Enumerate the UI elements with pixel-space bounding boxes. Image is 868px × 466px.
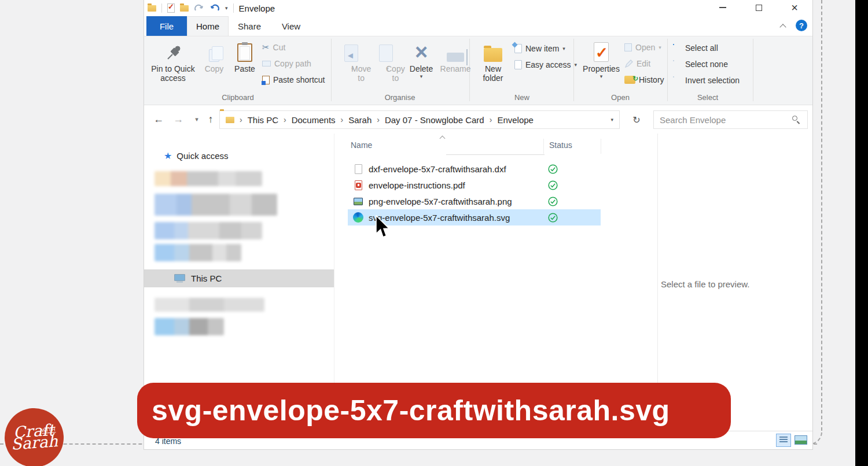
- tab-file[interactable]: File: [146, 16, 187, 36]
- back-button[interactable]: ←: [150, 105, 167, 134]
- file-row-pdf[interactable]: envelope-instructions.pdf: [348, 177, 601, 193]
- delete-icon: ×: [415, 42, 428, 62]
- tab-view[interactable]: View: [270, 16, 312, 36]
- select-all-button[interactable]: Select all: [673, 42, 718, 54]
- history-icon: ↻: [624, 76, 635, 84]
- breadcrumb-envelope[interactable]: Envelope: [497, 115, 534, 125]
- new-item-button[interactable]: New item ▾: [514, 42, 565, 55]
- minimize-ribbon-icon[interactable]: [781, 23, 786, 29]
- search-icon[interactable]: [792, 116, 800, 124]
- sidebar-item-blurred[interactable]: [155, 318, 224, 335]
- column-header-name[interactable]: Name: [351, 140, 372, 150]
- column-divider[interactable]: [543, 139, 544, 154]
- invert-selection-button[interactable]: Invert selection: [673, 74, 740, 87]
- paste-label: Paste: [234, 64, 255, 73]
- copy-button[interactable]: Copy: [200, 39, 229, 91]
- edit-pencil-icon: [624, 60, 633, 68]
- mouse-cursor: [375, 215, 391, 239]
- tab-home[interactable]: Home: [187, 16, 229, 36]
- screenshot-stage: ✓ ▾ Envelope × File Home Share View ?: [0, 0, 868, 466]
- large-icons-view-button[interactable]: [795, 435, 807, 445]
- sidebar-item-this-pc[interactable]: This PC: [144, 269, 334, 287]
- history-button[interactable]: ↻ History: [624, 73, 664, 86]
- cut-button[interactable]: ✂ Cut: [262, 41, 285, 54]
- edit-button[interactable]: Edit: [624, 57, 650, 70]
- caret-down-icon: ▾: [420, 73, 423, 79]
- new-folder-qat-icon[interactable]: [180, 5, 189, 12]
- maximize-button[interactable]: [750, 0, 767, 15]
- column-divider[interactable]: [601, 139, 601, 154]
- pin-to-quick-access-label: Pin to Quick access: [149, 64, 197, 83]
- redo-icon[interactable]: [194, 3, 204, 13]
- this-pc-label: This PC: [191, 273, 222, 283]
- sort-ascending-icon[interactable]: [440, 135, 446, 140]
- tab-share[interactable]: Share: [229, 16, 270, 36]
- pin-to-quick-access-button[interactable]: Pin to Quick access: [148, 39, 198, 91]
- move-to-button[interactable]: ◄ Move to ▾: [335, 39, 367, 91]
- copy-to-button[interactable]: Copy to ▾: [370, 39, 402, 91]
- sidebar-item-blurred[interactable]: [155, 244, 241, 261]
- caret-down-icon: ▾: [351, 64, 354, 73]
- paste-shortcut-icon: [262, 76, 270, 84]
- refresh-button[interactable]: ↻: [626, 110, 648, 129]
- rename-button[interactable]: Rename: [438, 39, 473, 91]
- paste-button[interactable]: Paste: [230, 39, 260, 91]
- easy-access-button[interactable]: Easy access ▾: [514, 58, 577, 71]
- status-synced-icon: [548, 180, 558, 190]
- caret-down-icon: ▾: [659, 45, 661, 50]
- select-none-button[interactable]: Select none: [673, 58, 728, 71]
- sidebar-item-quick-access[interactable]: ★ Quick access: [164, 150, 229, 161]
- file-row-png[interactable]: png-envelope-5x7-craftwithsarah.png: [348, 193, 601, 209]
- address-bar: ← → ▾ ↑ › This PC › Documents › Sarah › …: [144, 105, 812, 134]
- close-button[interactable]: ×: [786, 0, 803, 15]
- sidebar-item-blurred[interactable]: [155, 171, 262, 186]
- rename-icon: [447, 53, 464, 62]
- address-dropdown-caret-icon[interactable]: ▾: [610, 117, 613, 123]
- caret-down-icon: ▾: [562, 46, 565, 51]
- edge-svg-file-icon: [353, 212, 363, 223]
- help-icon[interactable]: ?: [796, 20, 807, 31]
- column-header-status[interactable]: Status: [549, 140, 572, 150]
- paste-shortcut-label: Paste shortcut: [273, 75, 325, 84]
- sidebar-item-blurred[interactable]: [155, 194, 277, 216]
- rename-label: Rename: [440, 64, 471, 73]
- up-button[interactable]: ↑: [202, 105, 219, 134]
- qat-customize-caret-icon[interactable]: ▾: [225, 5, 228, 11]
- chevron-right-icon: ›: [240, 115, 242, 124]
- file-row-dxf[interactable]: dxf-envelope-5x7-craftwithsarah.dxf: [348, 161, 601, 177]
- paste-shortcut-button[interactable]: Paste shortcut: [262, 73, 325, 86]
- forward-button[interactable]: →: [170, 105, 187, 134]
- chevron-right-icon: ›: [377, 115, 380, 124]
- breadcrumb-documents[interactable]: Documents: [292, 115, 336, 125]
- delete-button[interactable]: × Delete ▾: [406, 39, 437, 91]
- easy-access-icon: [514, 60, 522, 69]
- properties-check-icon[interactable]: ✓: [167, 3, 175, 13]
- sidebar-item-blurred[interactable]: [155, 222, 262, 239]
- select-all-label: Select all: [685, 43, 718, 53]
- open-label: Open: [635, 43, 655, 52]
- invert-selection-label: Invert selection: [685, 76, 740, 85]
- caret-down-icon: ▾: [575, 62, 578, 68]
- properties-button[interactable]: ✓ Properties ▾: [583, 39, 620, 91]
- select-none-icon: [673, 60, 682, 69]
- new-item-label: New item: [525, 44, 559, 53]
- sidebar-item-blurred[interactable]: [155, 298, 264, 312]
- quick-access-toolbar: ✓ ▾ Envelope: [148, 2, 275, 14]
- select-all-icon: [673, 44, 682, 53]
- group-divider: [331, 39, 332, 101]
- select-group-label: Select: [650, 93, 766, 102]
- minimize-button[interactable]: [714, 0, 731, 15]
- new-folder-button[interactable]: New folder: [475, 39, 511, 91]
- open-button[interactable]: Open ▾: [624, 41, 661, 54]
- window-title: Envelope: [239, 3, 275, 13]
- copy-label: Copy: [205, 64, 224, 73]
- undo-icon[interactable]: [209, 3, 220, 13]
- details-view-button[interactable]: [776, 434, 791, 447]
- breadcrumb-day07-snowglobe-card[interactable]: Day 07 - Snowglobe Card: [385, 115, 484, 125]
- search-input[interactable]: [660, 111, 787, 128]
- open-icon: [624, 43, 632, 51]
- breadcrumb-sarah[interactable]: Sarah: [348, 115, 372, 125]
- chevron-right-icon: ›: [490, 115, 492, 124]
- copy-path-button[interactable]: Copy path: [262, 57, 311, 70]
- breadcrumb-this-pc[interactable]: This PC: [248, 115, 278, 125]
